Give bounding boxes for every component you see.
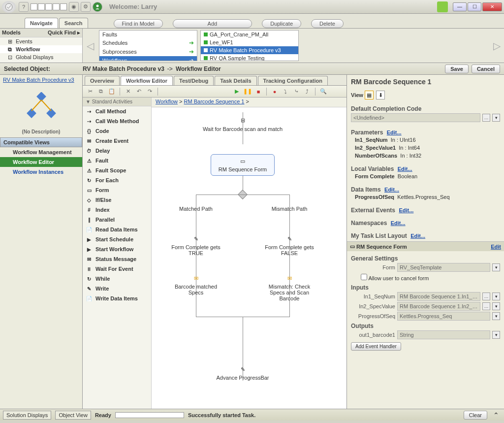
matched-msg-node[interactable]: ✉ Barcode matched Specs [171, 275, 220, 295]
tab-navigate[interactable]: Navigate [25, 18, 58, 28]
view-btn-1[interactable]: ▦ [365, 91, 374, 99]
pause-icon[interactable]: ❚❚ [243, 87, 252, 96]
sb-clear-button[interactable]: Clear [464, 411, 487, 420]
window-minimize[interactable]: — [453, 2, 467, 11]
act-write[interactable]: ✎Write [83, 284, 151, 293]
selected-object-name[interactable]: RV Make Batch Procedure v3 [0, 75, 82, 85]
dcc-value[interactable]: <Undefined> [351, 113, 480, 122]
layout-1-icon[interactable] [31, 3, 37, 10]
add-event-handler-button[interactable]: Add Event Handler [351, 342, 401, 351]
act-parallel[interactable]: ∥Parallel [83, 215, 151, 225]
input-1-dd[interactable]: ▾ [492, 302, 500, 310]
act-if-else[interactable]: ◇If/Else [83, 195, 151, 205]
browser-back[interactable]: ◁ [83, 29, 97, 63]
globe-icon[interactable]: ◉ [69, 2, 79, 12]
act-fault[interactable]: ⚠Fault [83, 156, 151, 165]
sb-solution-displays[interactable]: Solution Displays [3, 411, 51, 420]
step-into-icon[interactable]: ⤷ [292, 87, 301, 96]
output-0-value[interactable]: String [397, 330, 490, 339]
act-fault-scope[interactable]: ⚠Fault Scope [83, 165, 151, 175]
act-while[interactable]: ↻While [83, 274, 151, 284]
sb-expand-icon[interactable]: ⌃ [491, 411, 501, 419]
cut-icon[interactable]: ✂ [86, 87, 94, 96]
browser-forward[interactable]: ▷ [489, 29, 504, 63]
wf-item-1[interactable]: Lee_WF1 [201, 38, 298, 46]
input-0-value[interactable]: RM Barcode Sequence 1.In1_SeqNum [397, 292, 480, 301]
etab-tracking[interactable]: Tracking Configuration [258, 76, 328, 85]
type-subprocesses[interactable]: Subprocesses➔ [99, 47, 197, 56]
act-start-workflow[interactable]: ▶Start Workflow [83, 244, 151, 254]
db-icon[interactable] [437, 1, 448, 12]
input-0-dd[interactable]: ▾ [492, 293, 500, 300]
etab-overview[interactable]: Overview [85, 76, 120, 85]
layout-3-icon[interactable] [45, 3, 52, 10]
wf-item-3[interactable]: RV QA Sample Testing [201, 54, 298, 61]
cv-workflow-management[interactable]: Workflow Management [0, 147, 82, 157]
layout-5-icon[interactable] [60, 3, 67, 10]
act-delay[interactable]: ⏱Delay [83, 146, 151, 156]
find-in-model-button[interactable]: Find in Model [114, 19, 163, 28]
etab-task-details[interactable]: Task Details [215, 76, 256, 85]
canvas-crumb-root[interactable]: Workflow [156, 98, 178, 104]
window-maximize[interactable]: ☐ [468, 2, 481, 11]
zoom-icon[interactable]: 🔍 [319, 87, 328, 96]
user-icon[interactable] [93, 2, 102, 12]
activities-header[interactable]: ▼ Standard Activities [83, 98, 151, 106]
etab-workflow-editor[interactable]: Workflow Editor [121, 76, 173, 85]
cv-workflow-instances[interactable]: Workflow Instances [0, 167, 82, 177]
record-icon[interactable]: ● [270, 87, 279, 96]
localvars-edit[interactable]: Edit... [398, 166, 412, 172]
etab-test-debug[interactable]: Test/Debug [174, 76, 214, 85]
delete-icon[interactable]: ✕ [124, 87, 132, 96]
input-2-dd[interactable]: ▾ [492, 312, 500, 320]
window-close[interactable]: ✕ [482, 2, 502, 11]
act-write-data[interactable]: 📄Write Data Items [83, 293, 151, 303]
namespaces-edit[interactable]: Edit... [391, 220, 406, 226]
act-call-method[interactable]: ⇢Call Method [83, 106, 151, 116]
delete-button[interactable]: Delete [311, 19, 344, 28]
redo-icon[interactable]: ↷ [145, 87, 154, 96]
tasklist-edit[interactable]: Edit... [410, 233, 425, 239]
type-workflows[interactable]: Workflows➔ [99, 56, 197, 61]
save-button[interactable]: Save [445, 65, 469, 73]
paste-icon[interactable]: 📋 [107, 87, 116, 96]
allow-cancel-checkbox[interactable] [361, 274, 367, 280]
form-node[interactable]: ▭ RM Sequence Form [211, 154, 275, 176]
add-button[interactable]: Add [173, 19, 252, 28]
duplicate-button[interactable]: Duplicate [262, 19, 301, 28]
form-field-value[interactable]: RV_SeqTemplate [397, 263, 490, 272]
wf-item-0[interactable]: GA_Port_Crane_PM_All [201, 31, 298, 38]
sb-object-view[interactable]: Object View [55, 411, 91, 420]
act-code[interactable]: {}Code [83, 126, 151, 136]
models-item-events[interactable]: ⊞Events [0, 37, 82, 45]
act-call-web-method[interactable]: ⇢Call Web Method [83, 116, 151, 126]
app-logo[interactable] [2, 1, 16, 13]
tab-search[interactable]: Search [59, 18, 88, 28]
input-2-value[interactable]: Kettles.Progress_Seq [397, 312, 490, 321]
undo-icon[interactable]: ↶ [134, 87, 143, 96]
mismatch-set-node[interactable]: ✎ Form Complete gets FALSE [265, 235, 314, 256]
collapse-icon[interactable]: ⊟ [206, 117, 280, 124]
act-start-schedule[interactable]: ▶Start Schedule [83, 234, 151, 244]
matched-set-node[interactable]: ✎ Form Complete gets TRUE [171, 235, 220, 256]
advance-node[interactable]: ✎ Advance ProgressBar [208, 366, 277, 381]
extevents-edit[interactable]: Edit... [399, 207, 413, 213]
cv-workflow-editor[interactable]: Workflow Editor [0, 157, 82, 167]
models-item-global[interactable]: ⊡Global Displays [0, 53, 82, 61]
type-faults[interactable]: Faults [99, 31, 197, 38]
dcc-dropdown[interactable]: ▾ [492, 114, 500, 122]
wait-node[interactable]: Wait for Barcode scan and match [196, 126, 289, 132]
stop-icon[interactable]: ■ [254, 87, 263, 96]
act-index[interactable]: #Index [83, 205, 151, 215]
input-1-more[interactable]: … [482, 302, 490, 310]
act-create-event[interactable]: ✉Create Event [83, 136, 151, 146]
output-0-dd[interactable]: ▾ [492, 331, 500, 339]
dataitems-edit[interactable]: Edit... [384, 187, 399, 193]
params-edit[interactable]: Edit... [387, 130, 402, 135]
form-edit[interactable]: Edit [491, 244, 501, 250]
step-out-icon[interactable]: ⤴ [303, 87, 312, 96]
help-icon[interactable]: ? [19, 2, 29, 12]
view-btn-2[interactable]: ⬇ [376, 91, 385, 99]
gear-icon[interactable]: ⚙ [81, 2, 91, 12]
layout-4-icon[interactable] [53, 3, 60, 10]
